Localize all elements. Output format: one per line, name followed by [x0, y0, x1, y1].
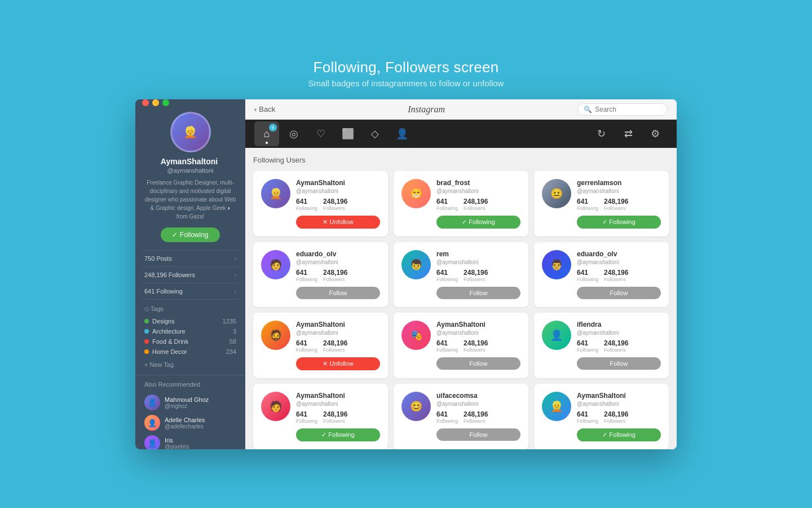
- flip-icon: ⇄: [624, 128, 633, 140]
- user-avatar: 😁: [401, 179, 431, 208]
- rec-item-mahmoud[interactable]: 👤 Mahmoud Ghoz @mghoz: [144, 392, 236, 413]
- stat-row-followers[interactable]: 248,196 Followers ›: [142, 267, 239, 283]
- rec-avatar-adelle: 👤: [144, 415, 160, 431]
- minimize-button[interactable]: [152, 99, 159, 106]
- nav-right: ↻ ⇄ ⚙: [589, 121, 668, 146]
- user-card: 👤 iflendra @aymanshaltoni 641 Following …: [534, 313, 669, 378]
- sidebar: 👱 AymanShaltoni @aymanshaltoni Freelance…: [135, 99, 245, 449]
- tag-dot-architecture: [144, 329, 149, 334]
- refresh-button[interactable]: ↻: [589, 121, 614, 146]
- sidebar-titlebar: [135, 99, 245, 106]
- refresh-icon: ↻: [597, 128, 606, 140]
- user-avatar: 👤: [542, 321, 571, 350]
- user-name: AymanShaltoni: [436, 321, 520, 329]
- heart-icon: ♡: [316, 128, 325, 140]
- nav-explore[interactable]: ◎: [281, 121, 306, 146]
- user-avatar: 🎭: [401, 321, 431, 350]
- user-avatar: 😊: [401, 392, 431, 421]
- user-info: AymanShaltoni @aymanshaltoni 641 Followi…: [296, 179, 380, 229]
- unfollow-button[interactable]: ✕ Unfollow: [296, 357, 380, 370]
- tag-food[interactable]: Food & Drink 58: [144, 336, 236, 347]
- user-info: rem @aymanshaltoni 641 Following 248,196…: [436, 250, 520, 299]
- close-button[interactable]: [142, 99, 149, 106]
- user-name: iflendra: [577, 321, 661, 329]
- following-button[interactable]: ✓ Following: [577, 216, 661, 229]
- user-avatar: 🧔: [261, 321, 290, 350]
- user-info: brad_frost @aymanshaltoni 641 Following …: [436, 179, 520, 229]
- tag-architecture[interactable]: Architecture 3: [144, 326, 236, 336]
- user-card: 🧔 AymanShaltoni @aymanshaltoni 641 Follo…: [253, 313, 388, 378]
- recommended-header: Also Recommended: [144, 381, 236, 388]
- user-avatar: 🧑: [261, 250, 290, 279]
- user-handle: @aymanshaltoni: [296, 188, 380, 194]
- following-button[interactable]: ✓ Following: [436, 216, 520, 229]
- search-input[interactable]: [595, 106, 663, 113]
- user-info: AymanShaltoni @aymanshaltoni 641 Followi…: [296, 321, 380, 370]
- tag-homedecor[interactable]: Home Decor 234: [144, 347, 236, 357]
- follow-button[interactable]: Follow: [436, 287, 520, 299]
- users-grid: 👱 AymanShaltoni @aymanshaltoni 641 Follo…: [253, 171, 669, 449]
- rec-avatar-mahmoud: 👤: [144, 395, 160, 410]
- gear-icon: ⚙: [651, 128, 660, 140]
- nav-profile[interactable]: 👤: [390, 121, 414, 146]
- nav-activity[interactable]: ♡: [308, 121, 333, 146]
- user-stats: 641 Following 248,196 Followers: [436, 198, 520, 211]
- maximize-button[interactable]: [162, 99, 169, 106]
- profile-handle: @aymanshaltoni: [167, 167, 213, 174]
- follow-button[interactable]: Follow: [577, 357, 661, 370]
- app-window: 👱 AymanShaltoni @aymanshaltoni Freelance…: [135, 99, 677, 449]
- chevron-left-icon: ‹: [254, 105, 257, 113]
- sidebar-tags: ◇ Tags Designs 1235 Architecture 3 Food …: [135, 300, 245, 375]
- inbox-icon: ⬜: [342, 128, 354, 140]
- home-icon: ⌂: [264, 128, 270, 140]
- follow-button[interactable]: Follow: [436, 428, 520, 441]
- avatar: 👱: [170, 112, 211, 152]
- search-icon: 🔍: [584, 106, 592, 113]
- user-handle: @aymanshaltoni: [436, 330, 520, 336]
- user-avatar: 😐: [542, 179, 571, 208]
- user-card: 👦 rem @aymanshaltoni 641 Following 248,1…: [394, 242, 528, 307]
- profile-bio: Freelance Graphic Designer, multi-discip…: [144, 178, 236, 221]
- following-button[interactable]: ✓ Following: [577, 428, 661, 441]
- rec-item-iris[interactable]: 👤 Iris @pixeliris: [144, 433, 236, 449]
- user-info: AymanShaltoni @aymanshaltoni 641 Followi…: [296, 392, 380, 441]
- user-stats: 641 Following 248,196 Followers: [436, 410, 520, 424]
- user-name: brad_frost: [436, 179, 520, 187]
- nav-home[interactable]: ⌂ 6: [254, 121, 279, 146]
- user-info: eduardo_olv @aymanshaltoni 641 Following…: [577, 250, 661, 299]
- stat-row-following[interactable]: 641 Following ›: [142, 283, 239, 300]
- follow-button[interactable]: Follow: [436, 357, 520, 370]
- unfollow-button[interactable]: ✕ Unfollow: [296, 216, 380, 229]
- nav-inbox[interactable]: ⬜: [336, 121, 360, 146]
- follow-button[interactable]: Follow: [296, 287, 380, 299]
- user-card: 🎭 AymanShaltoni @aymanshaltoni 641 Follo…: [394, 313, 528, 378]
- tag-designs[interactable]: Designs 1235: [144, 316, 236, 326]
- user-name: AymanShaltoni: [296, 321, 380, 329]
- user-handle: @aymanshaltoni: [577, 188, 661, 194]
- rec-avatar-iris: 👤: [144, 435, 160, 449]
- user-card: 👨 eduardo_olv @aymanshaltoni 641 Followi…: [534, 242, 669, 307]
- user-name: eduardo_olv: [577, 250, 661, 258]
- page-title: Following, Followers screen: [308, 59, 504, 76]
- back-button[interactable]: ‹ Back: [254, 105, 275, 113]
- settings-button[interactable]: ⚙: [643, 121, 668, 146]
- stat-row-posts[interactable]: 750 Posts ›: [142, 251, 239, 267]
- user-handle: @aymanshaltoni: [296, 259, 380, 265]
- profile-following-button[interactable]: ✓ Following: [161, 227, 219, 242]
- home-badge: 6: [269, 124, 277, 132]
- user-name: gerrenlamson: [577, 179, 661, 187]
- user-info: uifacecomsa @aymanshaltoni 641 Following…: [436, 392, 520, 441]
- rec-item-adelle[interactable]: 👤 Adelle Charles @adellecharles: [144, 413, 236, 433]
- user-handle: @aymanshaltoni: [296, 401, 380, 407]
- user-stats: 641 Following 248,196 Followers: [436, 339, 520, 353]
- new-tag-button[interactable]: + New Tag: [144, 360, 236, 369]
- user-handle: @aymanshaltoni: [577, 330, 661, 336]
- flip-button[interactable]: ⇄: [616, 121, 641, 146]
- following-button[interactable]: ✓ Following: [296, 428, 380, 441]
- nav-tags[interactable]: ◇: [363, 121, 387, 146]
- user-avatar: 👱: [542, 392, 571, 421]
- user-stats: 641 Following 248,196 Followers: [296, 269, 380, 282]
- user-name: eduardo_olv: [296, 250, 380, 258]
- follow-button[interactable]: Follow: [577, 287, 661, 299]
- user-stats: 641 Following 248,196 Followers: [296, 339, 380, 353]
